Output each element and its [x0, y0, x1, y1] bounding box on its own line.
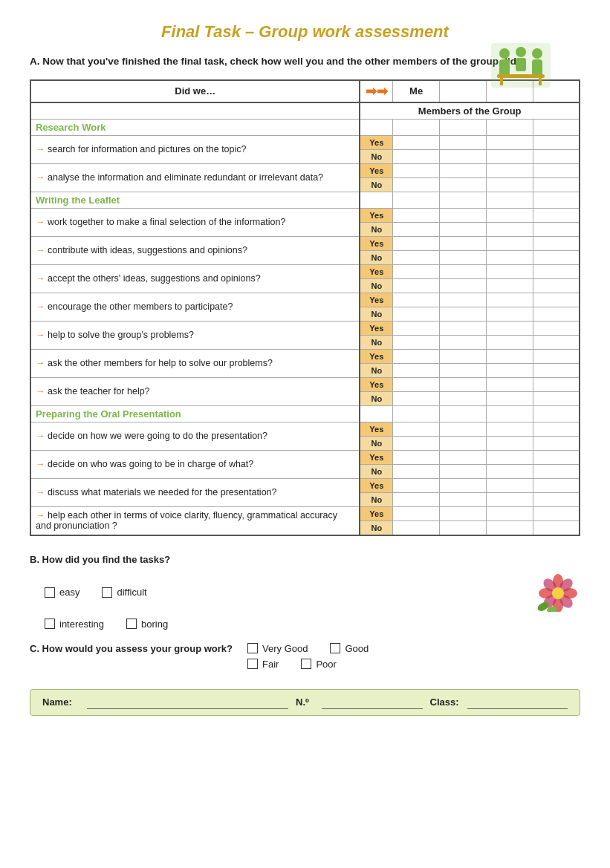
me-yes-cell[interactable] — [393, 264, 440, 278]
m4-yes-cell[interactable] — [533, 236, 580, 250]
m4-yes-cell[interactable] — [533, 478, 580, 492]
m3-yes-cell[interactable] — [486, 450, 533, 464]
m3-no-cell[interactable] — [486, 149, 533, 163]
m3-yes-cell[interactable] — [486, 208, 533, 222]
m2-yes-cell[interactable] — [440, 377, 487, 391]
m2-yes-cell[interactable] — [440, 293, 487, 307]
m3-yes-cell[interactable] — [486, 236, 533, 250]
checkbox-fair-box[interactable] — [247, 659, 258, 669]
checkbox-verygood-box[interactable] — [247, 643, 258, 653]
me-yes-cell[interactable] — [393, 163, 440, 177]
me-yes-cell[interactable] — [393, 478, 440, 492]
me-no-cell[interactable] — [393, 464, 440, 478]
m3-yes-cell[interactable] — [486, 422, 533, 436]
me-no-cell[interactable] — [393, 363, 440, 377]
m2-no-cell[interactable] — [440, 363, 487, 377]
m2-no-cell[interactable] — [440, 436, 487, 450]
m3-no-cell[interactable] — [486, 278, 533, 293]
m4-yes-cell[interactable] — [533, 264, 580, 278]
m2-yes-cell[interactable] — [440, 506, 487, 521]
m2-yes-cell[interactable] — [440, 478, 487, 492]
m3-no-cell[interactable] — [486, 363, 533, 377]
m2-yes-cell[interactable] — [440, 349, 487, 363]
m3-no-cell[interactable] — [486, 250, 533, 264]
m2-yes-cell[interactable] — [440, 236, 487, 250]
m4-no-cell[interactable] — [533, 492, 580, 506]
m4-yes-cell[interactable] — [533, 349, 580, 363]
m2-yes-cell[interactable] — [440, 450, 487, 464]
m3-yes-cell[interactable] — [486, 163, 533, 177]
checkbox-boring-box[interactable] — [126, 619, 137, 629]
m2-yes-cell[interactable] — [440, 135, 487, 149]
me-yes-cell[interactable] — [393, 422, 440, 436]
m2-yes-cell[interactable] — [440, 208, 487, 222]
m2-no-cell[interactable] — [440, 335, 487, 349]
m4-no-cell[interactable] — [533, 464, 580, 478]
m2-no-cell[interactable] — [440, 391, 487, 405]
me-no-cell[interactable] — [393, 436, 440, 450]
me-no-cell[interactable] — [393, 250, 440, 264]
m3-yes-cell[interactable] — [486, 293, 533, 307]
me-no-cell[interactable] — [393, 521, 440, 535]
me-no-cell[interactable] — [393, 391, 440, 405]
m2-no-cell[interactable] — [440, 521, 487, 535]
m2-no-cell[interactable] — [440, 222, 487, 236]
m4-yes-cell[interactable] — [533, 377, 580, 391]
m4-no-cell[interactable] — [533, 222, 580, 236]
checkbox-interesting-box[interactable] — [45, 619, 55, 629]
me-no-cell[interactable] — [393, 222, 440, 236]
me-no-cell[interactable] — [393, 278, 440, 293]
m4-yes-cell[interactable] — [533, 163, 580, 177]
checkbox-good-box[interactable] — [330, 643, 340, 653]
me-yes-cell[interactable] — [393, 293, 440, 307]
m4-yes-cell[interactable] — [533, 135, 580, 149]
m3-no-cell[interactable] — [486, 335, 533, 349]
m2-no-cell[interactable] — [440, 464, 487, 478]
m2-yes-cell[interactable] — [440, 321, 487, 335]
m3-no-cell[interactable] — [486, 391, 533, 405]
m3-yes-cell[interactable] — [486, 377, 533, 391]
m4-yes-cell[interactable] — [533, 422, 580, 436]
m3-no-cell[interactable] — [486, 307, 533, 321]
m3-yes-cell[interactable] — [486, 478, 533, 492]
m4-no-cell[interactable] — [533, 278, 580, 293]
m2-no-cell[interactable] — [440, 307, 487, 321]
m4-no-cell[interactable] — [533, 363, 580, 377]
m4-no-cell[interactable] — [533, 436, 580, 450]
m4-no-cell[interactable] — [533, 307, 580, 321]
me-yes-cell[interactable] — [393, 377, 440, 391]
m3-no-cell[interactable] — [486, 177, 533, 192]
me-yes-cell[interactable] — [393, 450, 440, 464]
m3-no-cell[interactable] — [486, 521, 533, 535]
me-no-cell[interactable] — [393, 335, 440, 349]
me-yes-cell[interactable] — [393, 236, 440, 250]
me-no-cell[interactable] — [393, 307, 440, 321]
checkbox-difficult-box[interactable] — [102, 587, 112, 598]
m4-yes-cell[interactable] — [533, 450, 580, 464]
m4-no-cell[interactable] — [533, 391, 580, 405]
m4-no-cell[interactable] — [533, 521, 580, 535]
me-no-cell[interactable] — [393, 149, 440, 163]
me-yes-cell[interactable] — [393, 506, 440, 521]
m4-no-cell[interactable] — [533, 250, 580, 264]
m2-no-cell[interactable] — [440, 492, 487, 506]
m2-yes-cell[interactable] — [440, 422, 487, 436]
m4-yes-cell[interactable] — [533, 208, 580, 222]
m3-no-cell[interactable] — [486, 436, 533, 450]
m3-yes-cell[interactable] — [486, 349, 533, 363]
m3-yes-cell[interactable] — [486, 135, 533, 149]
m3-yes-cell[interactable] — [486, 321, 533, 335]
m3-no-cell[interactable] — [486, 222, 533, 236]
m2-no-cell[interactable] — [440, 250, 487, 264]
me-yes-cell[interactable] — [393, 349, 440, 363]
me-yes-cell[interactable] — [393, 321, 440, 335]
checkbox-easy-box[interactable] — [45, 587, 55, 598]
m2-yes-cell[interactable] — [440, 163, 487, 177]
me-yes-cell[interactable] — [393, 135, 440, 149]
me-no-cell[interactable] — [393, 177, 440, 192]
me-no-cell[interactable] — [393, 492, 440, 506]
m2-no-cell[interactable] — [440, 149, 487, 163]
m4-no-cell[interactable] — [533, 335, 580, 349]
m4-yes-cell[interactable] — [533, 293, 580, 307]
m4-no-cell[interactable] — [533, 149, 580, 163]
